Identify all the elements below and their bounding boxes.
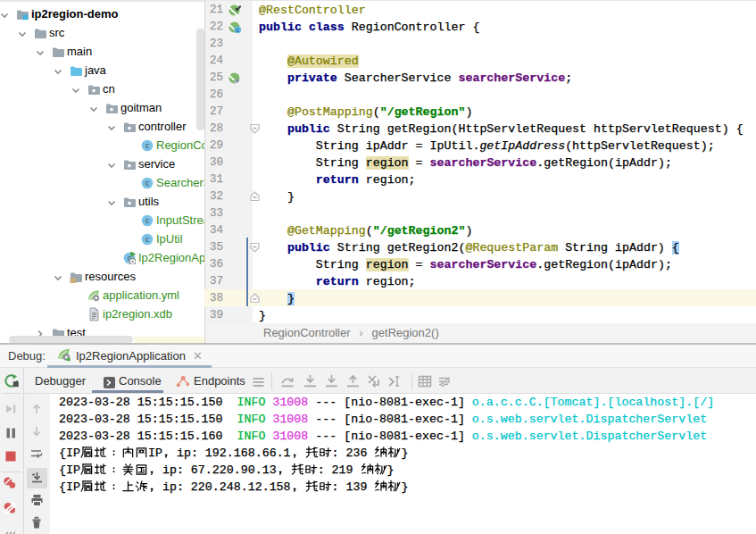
svg-text:c: c: [145, 141, 150, 150]
svg-text:c: c: [236, 27, 239, 33]
svg-text:c: c: [145, 235, 150, 244]
svg-text:c: c: [145, 216, 150, 225]
svg-text:c: c: [145, 179, 150, 188]
